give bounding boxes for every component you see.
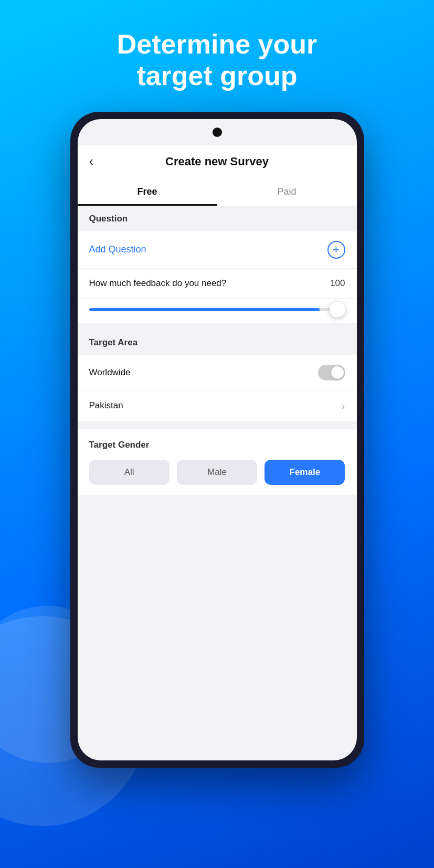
add-question-row[interactable]: Add Question + (78, 231, 357, 269)
section-gap-1 (78, 323, 357, 330)
slider-track (89, 308, 345, 311)
page-title: Determine your target group (86, 29, 348, 92)
target-area-header: Target Area (78, 330, 357, 355)
back-button[interactable]: ‹ (89, 153, 94, 170)
question-section-header: Question (78, 206, 357, 231)
gender-all-button[interactable]: All (89, 460, 170, 485)
country-row[interactable]: Pakistan › (78, 390, 357, 422)
worldwide-label: Worldwide (89, 367, 131, 378)
feedback-slider-row (78, 299, 357, 323)
gender-buttons: All Male Female (89, 460, 345, 485)
app-header: ‹ Create new Survey (78, 145, 357, 178)
slider-thumb[interactable] (330, 302, 345, 317)
toggle-thumb (331, 366, 344, 379)
section-gap-2 (78, 422, 357, 429)
slider-fill (89, 308, 320, 311)
phone-frame: ‹ Create new Survey Free Paid Question A… (70, 112, 364, 768)
add-question-label: Add Question (89, 244, 146, 255)
worldwide-toggle[interactable] (318, 365, 345, 380)
gender-section-header: Target Gender (89, 440, 345, 452)
gender-section: Target Gender All Male Female (78, 429, 357, 495)
feedback-row: How much feedback do you need? 100 (78, 269, 357, 299)
feedback-label: How much feedback do you need? (89, 278, 227, 289)
chevron-icon: › (342, 400, 345, 412)
gender-female-button[interactable]: Female (264, 460, 345, 485)
gender-male-button[interactable]: Male (177, 460, 257, 485)
screen-title: Create new Survey (165, 155, 269, 168)
app-screen: ‹ Create new Survey Free Paid Question A… (78, 119, 357, 760)
worldwide-row: Worldwide (78, 355, 357, 390)
tabs-container: Free Paid (78, 178, 357, 206)
tab-paid[interactable]: Paid (217, 178, 357, 206)
camera-notch (213, 128, 222, 137)
feedback-value: 100 (330, 278, 345, 289)
add-question-icon[interactable]: + (327, 241, 345, 259)
country-label: Pakistan (89, 400, 123, 411)
tab-free[interactable]: Free (78, 178, 217, 206)
